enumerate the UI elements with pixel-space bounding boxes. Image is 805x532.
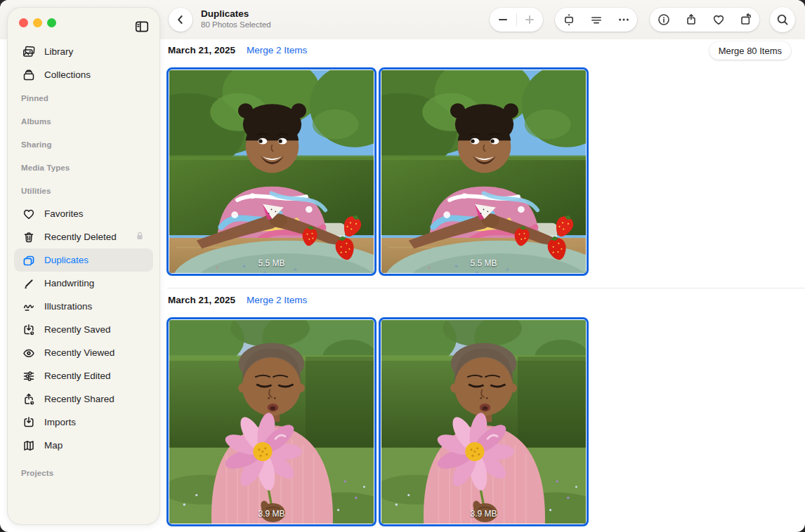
sidebar-item-label: Handwriting xyxy=(44,278,94,288)
heart-icon xyxy=(21,206,37,222)
sliders-icon xyxy=(21,368,37,384)
sidebar-item-label: Duplicates xyxy=(44,255,89,265)
trash-icon xyxy=(21,230,37,245)
merge-all-button[interactable]: Merge 80 Items xyxy=(709,41,791,60)
eye-icon xyxy=(21,345,37,361)
sidebar-item-recently-deleted[interactable]: Recently Deleted xyxy=(14,225,153,248)
section-date: March 21, 2025 xyxy=(168,45,235,55)
sidebar-toggle-icon xyxy=(134,19,150,34)
sidebar-item-imports[interactable]: Imports xyxy=(14,411,153,434)
info-button[interactable] xyxy=(650,8,677,32)
library-icon xyxy=(21,44,37,60)
zoom-window-button[interactable] xyxy=(47,18,56,27)
selection-count: 80 Photos Selected xyxy=(201,20,271,29)
share-button[interactable] xyxy=(677,8,705,32)
sidebar-item-label: Recently Saved xyxy=(44,324,111,335)
sidebar-toggle-button[interactable] xyxy=(133,18,151,36)
back-button[interactable] xyxy=(169,8,192,32)
traffic-lights xyxy=(19,18,56,27)
photo-thumbnail: 3.9 MB xyxy=(169,320,374,524)
sidebar-item-label: Map xyxy=(44,440,63,451)
save-badge-icon xyxy=(21,322,37,338)
sidebar-section-media-types: Media Types xyxy=(14,156,153,179)
zoom-in-button[interactable] xyxy=(517,8,544,32)
file-size-label: 5.5 MB xyxy=(381,258,586,268)
duplicates-icon xyxy=(21,253,37,268)
fit-to-window-icon xyxy=(562,13,576,27)
collections-icon xyxy=(21,67,37,83)
sidebar-item-collections[interactable]: Collections xyxy=(14,63,153,86)
file-size-label: 3.9 MB xyxy=(381,509,586,519)
fit-to-window-button[interactable] xyxy=(555,8,582,32)
sidebar-item-favorites[interactable]: Favorites xyxy=(14,202,153,225)
minimize-window-button[interactable] xyxy=(33,18,42,27)
sidebar-section-sharing: Sharing xyxy=(14,133,153,156)
section-divider xyxy=(167,288,805,288)
filter-icon xyxy=(589,13,603,27)
photo-thumbnail: 5.5 MB xyxy=(169,70,374,273)
filter-button[interactable] xyxy=(582,8,610,32)
zoom-out-button[interactable] xyxy=(490,8,516,32)
sidebar-list: Library Collections Pinned Albums Sharin… xyxy=(14,40,153,484)
lock-icon xyxy=(133,230,146,244)
favorite-button[interactable] xyxy=(705,8,732,32)
sidebar-item-recently-saved[interactable]: Recently Saved xyxy=(14,318,153,341)
sidebar-item-handwriting[interactable]: Handwriting xyxy=(14,272,153,295)
sidebar-item-map[interactable]: Map xyxy=(14,434,153,457)
sidebar-item-recently-viewed[interactable]: Recently Viewed xyxy=(14,341,153,364)
merge-items-link[interactable]: Merge 2 Items xyxy=(247,295,307,305)
share-icon xyxy=(684,13,698,27)
sidebar-section-pinned: Pinned xyxy=(14,86,153,109)
section-date: March 21, 2025 xyxy=(168,295,235,305)
zoom-in-icon xyxy=(523,13,537,27)
file-size-label: 3.9 MB xyxy=(169,509,374,519)
sidebar-item-label: Recently Edited xyxy=(44,371,111,381)
section-header: March 21, 2025 Merge 2 Items xyxy=(168,295,307,305)
section-header: March 21, 2025 Merge 2 Items xyxy=(168,45,307,55)
sidebar-item-label: Library xyxy=(44,46,73,57)
view-title-block: Duplicates 80 Photos Selected xyxy=(201,8,271,29)
sidebar-section-projects: Projects xyxy=(14,461,153,484)
sidebar-item-duplicates[interactable]: Duplicates xyxy=(14,248,153,272)
merge-items-link[interactable]: Merge 2 Items xyxy=(247,45,307,55)
photo-tile[interactable]: 5.5 MB xyxy=(166,67,377,276)
chevron-left-icon xyxy=(174,13,188,27)
close-window-button[interactable] xyxy=(19,18,28,27)
view-options-group xyxy=(555,8,637,32)
favorite-icon xyxy=(712,13,726,27)
sidebar-item-label: Collections xyxy=(44,69,91,80)
scribble-icon xyxy=(21,299,37,314)
actions-group xyxy=(650,8,759,32)
more-icon xyxy=(617,13,631,27)
sidebar-item-label: Imports xyxy=(44,417,76,427)
map-icon xyxy=(21,438,37,453)
more-button[interactable] xyxy=(610,8,637,32)
photo-tile[interactable]: 5.5 MB xyxy=(379,67,589,276)
photo-tile[interactable]: 3.9 MB xyxy=(379,317,589,526)
zoom-controls xyxy=(490,8,543,32)
sidebar: Library Collections Pinned Albums Sharin… xyxy=(7,7,160,525)
sidebar-item-recently-edited[interactable]: Recently Edited xyxy=(14,364,153,387)
sidebar-section-albums: Albums xyxy=(14,109,153,133)
photo-thumbnail: 3.9 MB xyxy=(381,320,586,524)
page-title: Duplicates xyxy=(201,8,271,19)
zoom-out-icon xyxy=(496,13,510,27)
photo-thumbnail: 5.5 MB xyxy=(381,70,586,273)
share-badge-icon xyxy=(21,392,37,407)
sidebar-item-illustrations[interactable]: Illustrations xyxy=(14,295,153,318)
sidebar-item-recently-shared[interactable]: Recently Shared xyxy=(14,387,153,411)
photo-tile[interactable]: 3.9 MB xyxy=(166,317,377,526)
sidebar-item-label: Favorites xyxy=(44,208,84,219)
pen-icon xyxy=(21,276,37,291)
sidebar-item-label: Illustrations xyxy=(44,301,92,312)
sidebar-item-library[interactable]: Library xyxy=(14,40,153,63)
search-icon xyxy=(775,13,790,27)
file-size-label: 5.5 MB xyxy=(169,258,374,268)
rotate-button[interactable] xyxy=(732,8,759,32)
sidebar-item-label: Recently Shared xyxy=(44,394,114,404)
search-button[interactable] xyxy=(770,7,795,32)
info-icon xyxy=(657,13,671,27)
sidebar-item-label: Recently Viewed xyxy=(44,347,114,358)
sidebar-item-label: Recently Deleted xyxy=(44,232,117,242)
photos-app-window: Library Collections Pinned Albums Sharin… xyxy=(0,0,805,532)
